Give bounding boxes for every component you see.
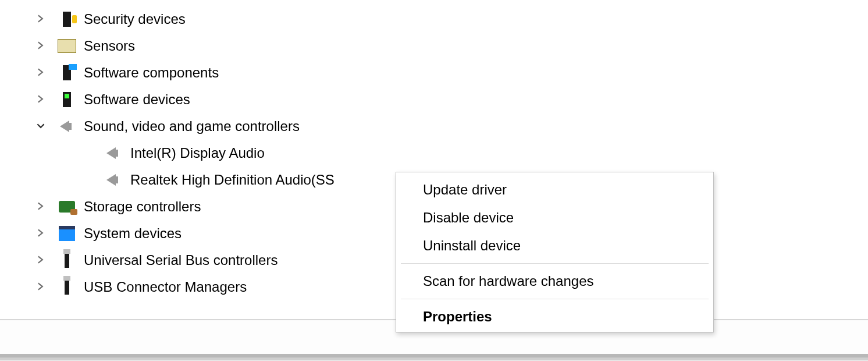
menu-scan-hardware[interactable]: Scan for hardware changes	[396, 267, 713, 295]
expand-toggle[interactable]	[35, 6, 47, 33]
chevron-right-icon	[37, 41, 45, 49]
expand-toggle[interactable]	[35, 193, 47, 220]
tree-item-realtek-hd-audio[interactable]: Realtek High Definition Audio(SS	[0, 167, 396, 193]
device-tree[interactable]: Security devices Sensors Software compon…	[0, 6, 396, 300]
tree-item-usb-connector-managers[interactable]: USB Connector Managers	[0, 274, 396, 300]
expand-toggle[interactable]	[35, 274, 47, 300]
tree-item-label: Software components	[84, 59, 219, 86]
chevron-right-icon	[37, 202, 45, 210]
chevron-right-icon	[37, 229, 45, 237]
menu-separator	[401, 299, 709, 299]
menu-properties[interactable]: Properties	[396, 303, 713, 331]
tree-item-software-components[interactable]: Software components	[0, 59, 396, 86]
speaker-icon	[57, 116, 77, 136]
menu-separator	[401, 263, 709, 264]
tree-item-label: Sound, video and game controllers	[84, 113, 300, 140]
expand-toggle[interactable]	[35, 33, 47, 59]
tree-item-label: Software devices	[84, 86, 190, 113]
tree-item-software-devices[interactable]: Software devices	[0, 86, 396, 113]
expand-toggle[interactable]	[35, 59, 47, 86]
tree-item-label: USB Connector Managers	[84, 274, 247, 300]
tree-item-security-devices[interactable]: Security devices	[0, 6, 396, 33]
tree-item-intel-display-audio[interactable]: Intel(R) Display Audio	[0, 140, 396, 167]
tree-item-label: Universal Serial Bus controllers	[84, 247, 278, 274]
tree-item-label: Realtek High Definition Audio(SS	[130, 167, 335, 193]
chevron-right-icon	[37, 15, 45, 23]
security-device-icon	[57, 9, 77, 29]
expand-toggle[interactable]	[35, 86, 47, 113]
expand-toggle[interactable]	[35, 220, 47, 247]
context-menu[interactable]: Update driver Disable device Uninstall d…	[396, 172, 714, 332]
menu-uninstall-device[interactable]: Uninstall device	[396, 232, 713, 260]
usb-icon	[57, 277, 77, 297]
tree-item-label: Storage controllers	[84, 193, 201, 220]
chevron-down-icon	[37, 122, 45, 130]
usb-icon	[57, 250, 77, 270]
tree-item-system-devices[interactable]: System devices	[0, 220, 396, 247]
menu-update-driver[interactable]: Update driver	[396, 176, 713, 204]
speaker-icon	[104, 170, 123, 190]
expand-toggle[interactable]	[35, 113, 47, 140]
tree-item-label: Security devices	[84, 6, 186, 33]
tree-item-sound-video-game[interactable]: Sound, video and game controllers	[0, 113, 396, 140]
tree-item-usb-controllers[interactable]: Universal Serial Bus controllers	[0, 247, 396, 274]
system-device-icon	[57, 224, 77, 243]
chevron-right-icon	[37, 95, 45, 103]
tree-item-storage-controllers[interactable]: Storage controllers	[0, 193, 396, 220]
tree-item-sensors[interactable]: Sensors	[0, 33, 396, 59]
chevron-right-icon	[37, 282, 45, 291]
tree-item-label: Sensors	[84, 33, 135, 59]
menu-disable-device[interactable]: Disable device	[396, 204, 713, 232]
window-shadow	[0, 354, 868, 358]
software-component-icon	[57, 63, 77, 83]
tree-item-label: System devices	[84, 220, 182, 247]
chevron-right-icon	[37, 256, 45, 264]
speaker-icon	[104, 143, 123, 163]
chevron-right-icon	[37, 68, 45, 76]
sensors-icon	[57, 36, 77, 56]
tree-item-label: Intel(R) Display Audio	[130, 140, 265, 167]
expand-toggle[interactable]	[35, 247, 47, 274]
storage-controller-icon	[57, 197, 77, 217]
software-device-icon	[57, 90, 77, 109]
